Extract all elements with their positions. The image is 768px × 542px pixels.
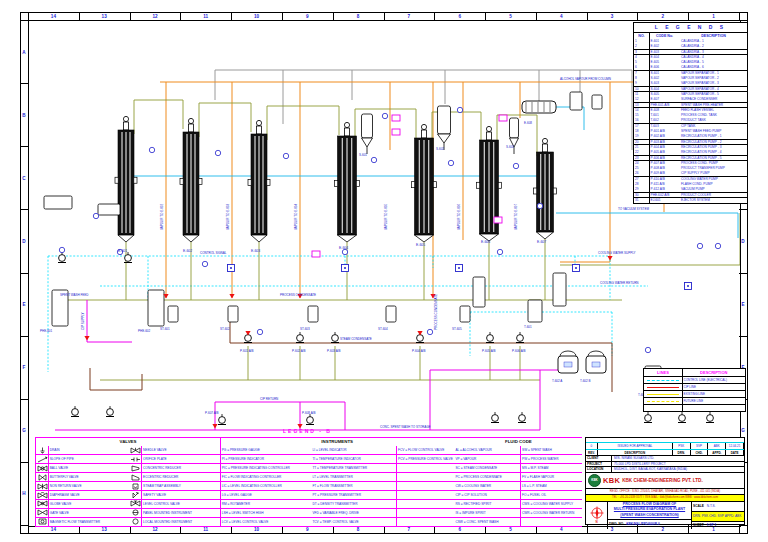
company-band: KBK KBK KBK CHEM-ENGINEERING PVT. LTD. — [586, 473, 744, 489]
instrument-desc-cell: PCV = PRESSURE CONTROL VALVE — [397, 455, 454, 463]
legend-no-cell: 27 — [634, 177, 649, 182]
steam-trap-icon — [130, 483, 141, 490]
revision-header-cell: APPD. — [708, 450, 726, 456]
legend-desc-cell: RECIRCULATION PUMP - 2 — [680, 140, 747, 145]
legend-no-cell: 29 — [634, 187, 649, 192]
instruments-grid: PG = PRESSURE GAUGELI = LEVEL INDICATORF… — [221, 446, 454, 526]
border-tick — [20, 336, 28, 337]
drawing-sheet: E-601E-602E-603E-604E-605E-606E-607S-601… — [0, 0, 768, 542]
company-short: KBK — [603, 476, 620, 485]
fluid-code-cell: CW = COOLING WATER — [454, 482, 520, 490]
revision-cell: PSK — [673, 443, 691, 449]
sheet-value: 1 OF 1 — [704, 523, 717, 527]
legend-code-cell: PHE-601 A/B — [650, 103, 680, 108]
diaphragm-valve-glyph — [38, 492, 47, 497]
valve-symbol-cell — [129, 509, 141, 517]
legend-b-title: LEGEND - B — [35, 428, 580, 434]
grid-reference-label: 13 — [102, 527, 107, 532]
grid-reference-label: 6 — [458, 14, 461, 19]
border-tick — [28, 525, 29, 533]
grid-reference-label: 9 — [306, 14, 309, 19]
border-tick — [20, 209, 28, 210]
legend-desc-cell: RECIRCULATION PUMP - 3 — [680, 145, 747, 150]
grid-reference-label: 4 — [560, 14, 563, 19]
cyan-dashed-line-icon — [647, 380, 679, 381]
legend-desc-cell: PRODUCT TANK — [680, 118, 747, 123]
needle-valve-glyph — [131, 448, 140, 453]
border-tick — [20, 525, 28, 526]
revision-cell: 12.04.21 — [726, 443, 744, 449]
dwg-no-label: DWG. NO. — [608, 522, 624, 526]
panel-instrument-glyph — [133, 510, 138, 515]
valve-symbol-cell — [129, 482, 141, 490]
panel-instrument-icon — [130, 509, 141, 516]
grid-reference-label: 8 — [357, 527, 360, 532]
legend-desc-cell: VAPOUR SEPARATOR - 2 — [680, 76, 747, 81]
border-tick — [587, 12, 588, 20]
revision-header-cell: DATE — [726, 450, 744, 456]
legend-desc-cell: CALANDRIA - 3 — [680, 50, 747, 55]
valve-desc-cell: CONCENTRIC REDUCER — [142, 464, 220, 472]
legend-code-cell: E-605 — [650, 60, 680, 65]
fluid-code-cell: CWS = COOLING WATER SUPPLY — [521, 500, 582, 508]
legend-code-cell: S-603 — [650, 81, 680, 86]
concentric-reducer-icon — [130, 465, 141, 472]
line-legend-row: CIP LINE — [644, 384, 745, 391]
line-sample-cell — [644, 384, 682, 391]
legend-code-cell: S-601 — [650, 71, 680, 76]
line-legend-row — [644, 405, 745, 412]
legend-code-cell: P-602 A/B — [650, 134, 680, 139]
legend-no-cell: 7 — [634, 71, 649, 76]
legend-no-cell: 10 — [634, 87, 649, 92]
fluid-code-cell: CWR = COOLING WATER RETURN — [521, 509, 582, 517]
grid-reference-label: 6 — [458, 527, 461, 532]
valve-desc-cell: ECCENTRIC REDUCER — [142, 473, 220, 481]
border-tick — [739, 336, 747, 337]
legend-code-cell: P-603 A/B — [650, 140, 680, 145]
valve-symbol-cell — [129, 455, 141, 463]
instrument-desc-cell — [397, 482, 454, 490]
legend-code-cell: E-606 — [650, 65, 680, 70]
legend-body: 1E-601CALANDRIA - 12E-602CALANDRIA - 23E… — [634, 39, 747, 203]
legend-code-cell: T-603 — [650, 124, 680, 129]
grid-reference-label: 12 — [152, 527, 157, 532]
border-tick — [333, 12, 334, 20]
fluid-code-cell: IS = IMPURE SPIRIT — [454, 509, 520, 517]
legend-desc-cell: CIP TANK — [680, 124, 747, 129]
legend-no-cell: 4 — [634, 55, 649, 60]
legend-code-cell: E-601 — [650, 39, 680, 44]
line-desc-cell — [683, 405, 746, 412]
valve-symbol-cell — [129, 446, 141, 454]
valve-symbol-cell — [36, 446, 48, 454]
valve-symbol-cell — [36, 464, 48, 472]
valve-desc-cell: NON RETURN VALVE — [49, 482, 129, 490]
grid-reference-label: G — [22, 428, 26, 433]
fluid-code-cell: SC = STEAM CONDENSATE — [454, 464, 520, 472]
mag-flow-transmitter-icon — [37, 518, 48, 525]
sheet-label: SHEET — [692, 523, 704, 527]
ball-valve-glyph — [38, 466, 47, 471]
fluid-code-cell: SW = SPENT WASH — [521, 446, 582, 454]
instrument-desc-cell: PI = PRESSURE INDICATOR — [221, 455, 311, 463]
border-tick — [739, 20, 747, 21]
legend-no-cell: 20 — [634, 140, 649, 145]
legend-desc-cell: PROCESS COND. PUMP — [680, 161, 747, 166]
line-legend-header: LINES DESCRIPTION — [644, 369, 745, 376]
valve-desc-cell: STEAM TRAP ASSEMBLY — [142, 482, 220, 490]
eccentric-reducer-glyph — [132, 475, 139, 480]
instruments-section: INSTRUMENTS PG = PRESSURE GAUGELI = LEVE… — [221, 438, 454, 526]
legend-code-cell: P-604 A/B — [650, 145, 680, 150]
fluid-code-cell: PW = PROCESS WATER — [521, 455, 582, 463]
safety-valve-icon — [130, 492, 141, 499]
legend-code-cell: T-601 — [650, 113, 680, 118]
non-return-valve-icon — [37, 483, 48, 490]
line-sample-cell — [644, 391, 682, 398]
scale-row: SCALE N.T.S. — [692, 502, 744, 512]
line-legend-col2: DESCRIPTION — [683, 369, 746, 376]
legend-no-cell: 25 — [634, 166, 649, 171]
north-compass-icon — [590, 506, 604, 520]
instrument-desc-cell: TCV = TEMP. CONTROL VALVE — [311, 518, 396, 526]
border-tick — [739, 273, 747, 274]
border-tick — [536, 12, 537, 20]
valve-symbol-cell — [129, 473, 141, 481]
